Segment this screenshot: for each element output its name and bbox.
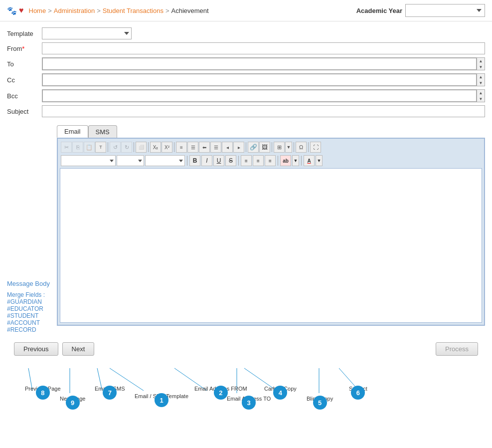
special-char-button[interactable]: Ω xyxy=(296,142,307,153)
toolbar-row2-sep-4 xyxy=(301,156,302,166)
callout-3: 3 Email Address TO xyxy=(227,396,271,402)
indent-less-button[interactable]: ◂ xyxy=(222,142,233,153)
toolbar-sep-2 xyxy=(134,142,134,152)
font-size-select[interactable] xyxy=(117,155,144,166)
redo-button[interactable]: ↻ xyxy=(121,142,132,153)
subject-input[interactable] xyxy=(42,105,485,117)
align-center-btn2[interactable]: ≡ xyxy=(253,155,264,166)
undo-button[interactable]: ↺ xyxy=(110,142,121,153)
font-color-down-button[interactable]: ▼ xyxy=(316,155,323,166)
cut-button[interactable]: ✂ xyxy=(61,142,72,153)
merge-field-2: #EDUCATOR xyxy=(7,305,57,312)
breadcrumb-student-transactions[interactable]: Student Transactions xyxy=(103,7,164,14)
process-button[interactable]: Process xyxy=(436,342,478,356)
table-button[interactable]: ⊞ xyxy=(274,142,285,153)
toolbar-sep-4 xyxy=(174,142,174,152)
italic-button[interactable]: I xyxy=(201,155,212,166)
bcc-scroll-up[interactable]: ▲ xyxy=(477,90,485,96)
select-all-button[interactable]: ⬜ xyxy=(136,142,147,153)
paste-text-button[interactable]: T xyxy=(95,142,106,153)
strikethrough-button[interactable]: S xyxy=(225,155,236,166)
unordered-list-button[interactable]: ☰ xyxy=(187,142,198,153)
previous-button[interactable]: Previous xyxy=(14,342,58,356)
superscript-button[interactable]: X² xyxy=(162,142,172,153)
font-style-select[interactable] xyxy=(145,155,185,166)
merge-fields-title: Merge Fields : xyxy=(7,291,45,298)
cc-input[interactable] xyxy=(42,74,477,86)
breadcrumb-sep-1: > xyxy=(48,7,52,14)
font-color-button[interactable]: A xyxy=(304,155,315,166)
callout-bubble-8: 8 xyxy=(36,386,50,400)
toolbar-row2-sep-1 xyxy=(187,156,187,166)
cc-scrollbar: ▲ ▼ xyxy=(477,74,485,86)
callout-bubble-1: 1 xyxy=(155,393,168,407)
academic-year-area: Academic Year xyxy=(356,4,485,17)
subject-row: Subject xyxy=(7,105,485,117)
subscript-button[interactable]: X₂ xyxy=(150,142,161,153)
to-input[interactable]: #GUARDIAN, xyxy=(42,58,477,70)
bold-button[interactable]: B xyxy=(189,155,200,166)
academic-year-select[interactable] xyxy=(405,4,485,17)
ordered-list-button[interactable]: ≡ xyxy=(176,142,187,153)
editor-container: ✂ ⎘ 📋 T ↺ ↻ ⬜ X₂ X² ≡ ☰ ⬅ ☰ xyxy=(57,138,485,326)
bcc-input[interactable] xyxy=(42,90,477,102)
header: 🐾 ♥ Home > Administration > Student Tran… xyxy=(0,0,492,21)
tab-sms[interactable]: SMS xyxy=(88,125,117,138)
to-row: To #GUARDIAN, ▲ ▼ xyxy=(7,57,485,70)
callout-8: 8 Previous Page xyxy=(25,386,61,392)
main-content: Template From* DemoSchool@gmail.com To #… xyxy=(0,21,492,366)
callout-5: 5 Blind Copy xyxy=(307,396,333,402)
bcc-row: Bcc ▲ ▼ xyxy=(7,89,485,102)
from-row: From* DemoSchool@gmail.com xyxy=(7,42,485,54)
message-body-label: Message Body xyxy=(7,280,57,287)
callout-6: 6 Subject xyxy=(349,386,367,392)
image-button[interactable]: 🖼 xyxy=(259,142,270,153)
cc-row: Cc ▲ ▼ xyxy=(7,73,485,86)
bottom-left: Previous Next xyxy=(14,342,94,356)
breadcrumb-home[interactable]: Home xyxy=(29,7,46,14)
link-button[interactable]: 🔗 xyxy=(248,142,259,153)
subject-input-wrap xyxy=(42,105,485,117)
template-row: Template xyxy=(7,27,485,39)
merge-field-1: #GUARDIAN xyxy=(7,298,57,305)
to-scroll-down[interactable]: ▼ xyxy=(477,64,485,70)
cc-label: Cc xyxy=(7,76,42,84)
next-button[interactable]: Next xyxy=(62,342,95,356)
academic-year-label: Academic Year xyxy=(356,7,402,14)
callout-4: 4 Carbon Copy xyxy=(264,386,297,392)
align-center-button[interactable]: ☰ xyxy=(210,142,221,153)
cc-input-wrap: ▲ ▼ xyxy=(42,73,485,86)
bcc-scroll-down[interactable]: ▼ xyxy=(477,96,485,102)
highlight-button[interactable]: ab xyxy=(280,155,291,166)
indent-more-button[interactable]: ▸ xyxy=(233,142,244,153)
align-left-button[interactable]: ⬅ xyxy=(199,142,210,153)
from-label: From* xyxy=(7,45,42,52)
paste-button[interactable]: 📋 xyxy=(84,142,95,153)
bcc-scrollbar: ▲ ▼ xyxy=(477,90,485,102)
font-name-select[interactable] xyxy=(61,155,116,166)
to-label: To xyxy=(7,60,42,68)
fullscreen-button[interactable]: ⛶ xyxy=(310,142,321,153)
merge-fields-area: Merge Fields : #GUARDIAN #EDUCATOR #STUD… xyxy=(7,291,57,333)
copy-button[interactable]: ⎘ xyxy=(72,142,83,153)
cc-scroll-up[interactable]: ▲ xyxy=(477,74,485,80)
bcc-input-wrap: ▲ ▼ xyxy=(42,89,485,102)
breadcrumb-administration[interactable]: Administration xyxy=(54,7,95,14)
cc-scroll-down[interactable]: ▼ xyxy=(477,80,485,86)
callout-2: 2 Email Address FROM xyxy=(194,386,247,392)
tab-email[interactable]: Email xyxy=(57,125,88,138)
table-down-button[interactable]: ▼ xyxy=(285,142,292,153)
breadcrumb-sep-2: > xyxy=(97,7,101,14)
template-select[interactable] xyxy=(42,27,132,39)
from-input[interactable]: DemoSchool@gmail.com xyxy=(42,42,485,54)
editor-body[interactable] xyxy=(60,168,482,323)
underline-button[interactable]: U xyxy=(213,155,224,166)
align-left-btn2[interactable]: ≡ xyxy=(241,155,252,166)
template-label: Template xyxy=(7,30,42,37)
align-right-btn2[interactable]: ≡ xyxy=(265,155,276,166)
highlight-down-button[interactable]: ▼ xyxy=(292,155,299,166)
heart-icon: ♥ xyxy=(19,6,24,15)
merge-field-4: #ACCOUNT xyxy=(7,319,57,326)
merge-field-3: #STUDENT xyxy=(7,312,57,319)
to-scroll-up[interactable]: ▲ xyxy=(477,58,485,64)
